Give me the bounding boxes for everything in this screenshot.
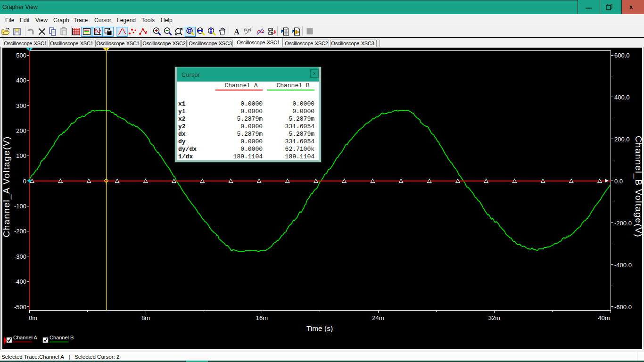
svg-text:16m: 16m: [256, 314, 268, 321]
svg-text:200: 200: [16, 127, 26, 134]
svg-text:400: 400: [16, 77, 26, 84]
svg-text:32m: 32m: [488, 314, 500, 321]
svg-text:Channel_A Voltage(V): Channel_A Voltage(V): [1, 136, 12, 238]
svg-text:-400.0: -400.0: [614, 262, 632, 269]
svg-text:0m: 0m: [29, 314, 37, 321]
svg-text:Time (s): Time (s): [306, 324, 333, 332]
svg-text:0: 0: [23, 178, 26, 185]
svg-text:2: 2: [105, 47, 107, 51]
svg-text:-200.0: -200.0: [614, 220, 632, 227]
svg-text:-600.0: -600.0: [614, 304, 632, 311]
svg-text:-500: -500: [14, 304, 26, 311]
svg-text:400.0: 400.0: [614, 94, 630, 101]
svg-text:200.0: 200.0: [614, 136, 630, 143]
svg-text:600.0: 600.0: [614, 52, 630, 59]
svg-text:8m: 8m: [141, 314, 150, 321]
svg-text:500: 500: [16, 52, 26, 59]
svg-text:1: 1: [28, 47, 30, 51]
svg-text:Channel A: Channel A: [13, 335, 37, 340]
svg-text:-300: -300: [14, 253, 26, 260]
svg-text:Channel B: Channel B: [50, 335, 74, 340]
svg-text:300: 300: [16, 102, 26, 109]
svg-text:24m: 24m: [372, 314, 384, 321]
svg-text:0.0: 0.0: [614, 178, 623, 185]
svg-text:-200: -200: [14, 228, 26, 235]
svg-text:40m: 40m: [598, 314, 610, 321]
svg-text:-100: -100: [14, 203, 26, 210]
svg-text:100: 100: [16, 152, 26, 159]
svg-text:-400: -400: [14, 278, 26, 285]
